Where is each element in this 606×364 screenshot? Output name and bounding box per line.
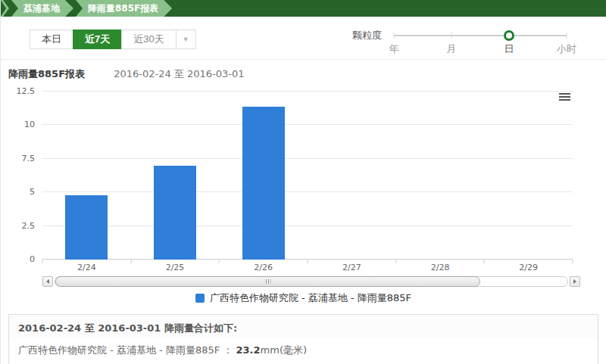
bar-2/26[interactable] — [242, 107, 285, 260]
y-axis-tick-label: 12.5 — [17, 86, 36, 96]
legend-swatch — [195, 294, 205, 303]
scroll-right-arrow-icon — [573, 279, 576, 284]
summary-value: 23.2 — [236, 344, 260, 356]
x-axis-tick — [42, 260, 43, 263]
chart-date-range: 2016-02-24 至 2016-03-01 — [114, 68, 244, 79]
slider-tick — [394, 32, 395, 39]
y-axis-tick-label: 7.5 — [22, 154, 36, 163]
slider-option-2[interactable]: 月 — [446, 42, 456, 56]
granularity-control: 颗粒度 年月日小时 — [352, 27, 567, 58]
chart-title: 降雨量885F报表 — [8, 68, 85, 79]
x-axis-label: 2/27 — [308, 263, 396, 273]
scroll-right-button[interactable] — [570, 276, 580, 287]
scroll-left-button[interactable] — [42, 276, 53, 287]
y-axis-tick-label: 10 — [24, 120, 35, 129]
legend-label: 广西特色作物研究院 - 荔浦基地 - 降雨量885F — [210, 291, 411, 305]
slider-option-1[interactable]: 年 — [389, 42, 399, 56]
x-axis-label: 2/25 — [131, 263, 220, 273]
legend-item[interactable]: 广西特色作物研究院 - 荔浦基地 - 降雨量885F — [1, 292, 606, 304]
toolbar: 本日 近7天 近30天 ▼ 颗粒度 年月日小时 — [1, 17, 606, 59]
scrollbar-track[interactable] — [55, 276, 568, 287]
chart-export-menu-icon[interactable] — [559, 93, 570, 102]
range-button-group: 本日 近7天 近30天 ▼ — [30, 30, 196, 49]
slider-tick — [451, 32, 451, 39]
x-axis-label: 2/29 — [484, 263, 573, 273]
range-30days-button[interactable]: 近30天 — [121, 30, 176, 49]
bar-column — [484, 92, 573, 260]
y-axis-tick-label: 5 — [30, 187, 35, 197]
granularity-label: 颗粒度 — [352, 27, 382, 58]
bar-2/25[interactable] — [154, 166, 196, 260]
slider-knob[interactable] — [504, 30, 514, 41]
slider-tick — [567, 32, 567, 39]
granularity-slider[interactable]: 年月日小时 — [394, 27, 567, 58]
summary-unit: mm(毫米) — [261, 344, 307, 356]
x-axis-tick — [395, 260, 396, 263]
chart-panel: 降雨量885F报表 2016-02-24 至 2016-03-01 02.557… — [1, 59, 606, 304]
slider-option-3[interactable]: 日 — [504, 42, 514, 56]
y-axis: 02.557.51012.5 — [1, 92, 42, 260]
slider-option-4[interactable]: 小时 — [557, 42, 576, 56]
y-axis-tick-label: 2.5 — [22, 221, 36, 231]
range-7days-button[interactable]: 近7天 — [73, 30, 122, 49]
dropdown-caret-icon: ▼ — [183, 36, 189, 43]
x-axis-tick — [573, 260, 573, 263]
bar-column — [219, 92, 308, 260]
scroll-left-arrow-icon — [46, 279, 49, 284]
bar-column — [131, 92, 220, 260]
summary-box: 2016-02-24 至 2016-03-01 降雨量合计如下: 广西特色作物研… — [8, 314, 598, 364]
scrollbar-thumb[interactable] — [55, 276, 480, 287]
range-dropdown-button[interactable]: ▼ — [176, 30, 196, 49]
bar-series — [42, 92, 573, 260]
y-axis-tick-label: 0 — [30, 254, 35, 264]
x-axis-label: 2/28 — [396, 263, 485, 273]
bar-column — [308, 92, 396, 260]
range-today-button[interactable]: 本日 — [30, 30, 73, 49]
bar-column — [396, 92, 485, 260]
scrollbar-grip-icon — [265, 279, 270, 284]
breadcrumb-chevron-icon — [1, 0, 9, 17]
breadcrumb-item-report[interactable]: 降雨量885F报表 — [76, 0, 172, 17]
bar-column — [42, 92, 131, 260]
chart-scrollbar[interactable] — [42, 276, 580, 287]
x-axis-label: 2/24 — [42, 263, 131, 273]
chart-plot-area: 02.557.51012.5 — [42, 92, 573, 260]
summary-row: 广西特色作物研究院 - 荔浦基地 - 降雨量885F ： 23.2mm(毫米) — [9, 338, 598, 364]
breadcrumb-item-base[interactable]: 荔浦基地 — [11, 0, 73, 17]
x-axis-tick — [219, 260, 220, 263]
x-axis-tick — [308, 260, 308, 263]
x-axis-labels: 2/242/252/262/272/282/29 — [42, 263, 573, 273]
summary-heading: 2016-02-24 至 2016-03-01 降雨量合计如下: — [9, 315, 598, 338]
x-axis-label: 2/26 — [219, 263, 308, 273]
x-axis-tick — [130, 260, 131, 263]
summary-separator: ： — [223, 344, 236, 356]
chart-title-row: 降雨量885F报表 2016-02-24 至 2016-03-01 — [1, 67, 606, 82]
bar-2/24[interactable] — [65, 195, 108, 260]
summary-row-label: 广西特色作物研究院 - 荔浦基地 - 降雨量885F — [18, 344, 220, 356]
x-axis-tick — [484, 260, 485, 263]
breadcrumb: 荔浦基地 降雨量885F报表 — [1, 0, 606, 17]
slider-track[interactable] — [394, 35, 567, 36]
